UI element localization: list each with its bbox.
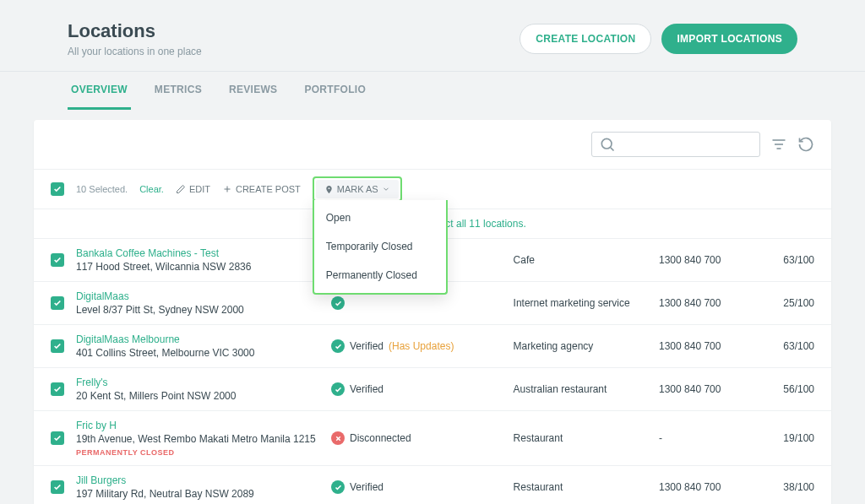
search-input-wrap[interactable] bbox=[591, 132, 760, 157]
perm-closed-badge: PERMANENTLY CLOSED bbox=[76, 448, 319, 457]
edit-button[interactable]: EDIT bbox=[176, 184, 210, 194]
phone: 1300 840 700 bbox=[659, 254, 752, 266]
location-address: 117 Hood Street, Wilcannia NSW 2836 bbox=[76, 261, 319, 273]
import-locations-button[interactable]: IMPORT LOCATIONS bbox=[661, 24, 797, 54]
status-text: Verified bbox=[350, 383, 384, 395]
category: Restaurant bbox=[514, 432, 647, 444]
score: 56/100 bbox=[764, 383, 814, 395]
mark-as-button[interactable]: MARK AS bbox=[316, 180, 399, 198]
dropdown-item[interactable]: Permanently Closed bbox=[314, 261, 446, 290]
clear-selection[interactable]: Clear. bbox=[139, 184, 164, 194]
mark-as-label: MARK AS bbox=[337, 184, 378, 194]
row-checkbox[interactable] bbox=[51, 382, 64, 396]
phone: 1300 840 700 bbox=[659, 297, 752, 309]
row-checkbox[interactable] bbox=[51, 480, 64, 494]
location-name[interactable]: Bankala Coffee Machines - Test bbox=[76, 247, 319, 259]
status-text: Verified bbox=[350, 481, 384, 493]
edit-label: EDIT bbox=[189, 184, 210, 194]
status-text: Verified bbox=[350, 340, 384, 352]
status-text: Disconnected bbox=[350, 432, 411, 444]
select-all-checkbox[interactable] bbox=[51, 182, 64, 196]
category: Australian restaurant bbox=[514, 383, 647, 395]
tab-portfolio[interactable]: PORTFOLIO bbox=[301, 72, 369, 110]
status-updates: (Has Updates) bbox=[389, 340, 454, 352]
mark-as-highlight: MARK AS OpenTemporarily ClosedPermanentl… bbox=[313, 176, 402, 202]
search-input[interactable] bbox=[616, 138, 753, 150]
create-post-button[interactable]: CREATE POST bbox=[222, 184, 301, 194]
row-checkbox[interactable] bbox=[51, 253, 64, 267]
dropdown-item[interactable]: Temporarily Closed bbox=[314, 232, 446, 261]
tab-metrics[interactable]: METRICS bbox=[151, 72, 205, 110]
dropdown-item[interactable]: Open bbox=[314, 203, 446, 232]
check-icon bbox=[331, 382, 345, 396]
page-subtitle: All your locations in one place bbox=[68, 46, 202, 57]
svg-line-1 bbox=[611, 148, 614, 151]
selected-count: 10 Selected. bbox=[76, 184, 128, 194]
score: 19/100 bbox=[764, 432, 814, 444]
category: Cafe bbox=[514, 254, 647, 266]
plus-icon bbox=[222, 184, 232, 194]
x-icon bbox=[331, 431, 345, 445]
location-name[interactable]: Fric by H bbox=[76, 420, 319, 431]
chevron-down-icon bbox=[382, 185, 390, 193]
tab-reviews[interactable]: REVIEWS bbox=[226, 72, 280, 110]
category: Restaurant bbox=[514, 481, 647, 493]
tab-overview[interactable]: OVERVIEW bbox=[68, 72, 131, 110]
phone: 1300 840 700 bbox=[659, 383, 752, 395]
row-checkbox[interactable] bbox=[51, 339, 64, 353]
create-location-button[interactable]: CREATE LOCATION bbox=[520, 24, 651, 54]
row-checkbox[interactable] bbox=[51, 431, 64, 445]
refresh-icon[interactable] bbox=[797, 136, 814, 153]
pin-icon bbox=[324, 185, 334, 194]
check-icon bbox=[331, 339, 345, 353]
category: Internet marketing service bbox=[514, 297, 647, 309]
table-row: Frelly's20 Kent St, Millers Point NSW 20… bbox=[34, 368, 831, 411]
score: 25/100 bbox=[764, 297, 814, 309]
phone: 1300 840 700 bbox=[659, 340, 752, 352]
mark-as-dropdown: OpenTemporarily ClosedPermanently Closed bbox=[313, 200, 448, 295]
location-name[interactable]: Jill Burgers bbox=[76, 474, 319, 486]
phone: - bbox=[659, 432, 752, 444]
filter-icon[interactable] bbox=[770, 136, 787, 153]
location-address: 401 Collins Street, Melbourne VIC 3000 bbox=[76, 347, 319, 359]
tabs: OVERVIEWMETRICSREVIEWSPORTFOLIO bbox=[0, 72, 865, 110]
location-address: Level 8/37 Pitt St, Sydney NSW 2000 bbox=[76, 304, 319, 316]
location-address: 20 Kent St, Millers Point NSW 2000 bbox=[76, 390, 319, 402]
location-address: 19th Avenue, West Rembo Makati Metro Man… bbox=[76, 433, 319, 445]
create-post-label: CREATE POST bbox=[236, 184, 301, 194]
score: 38/100 bbox=[764, 481, 814, 493]
location-name[interactable]: Frelly's bbox=[76, 377, 319, 388]
table-row: Jill Burgers197 Military Rd, Neutral Bay… bbox=[34, 466, 831, 504]
location-address: 197 Military Rd, Neutral Bay NSW 2089 bbox=[76, 488, 319, 500]
location-name[interactable]: DigitalMaas Melbourne bbox=[76, 333, 319, 345]
search-icon bbox=[599, 136, 616, 153]
category: Marketing agency bbox=[514, 340, 647, 352]
score: 63/100 bbox=[764, 254, 814, 266]
table-row: DigitalMaas Melbourne401 Collins Street,… bbox=[34, 325, 831, 368]
pencil-icon bbox=[176, 184, 186, 194]
table-row: Fric by H19th Avenue, West Rembo Makati … bbox=[34, 411, 831, 466]
score: 63/100 bbox=[764, 340, 814, 352]
page-title: Locations bbox=[68, 20, 202, 42]
location-name[interactable]: DigitalMaas bbox=[76, 290, 319, 302]
svg-point-0 bbox=[601, 138, 612, 149]
check-icon bbox=[331, 296, 345, 310]
row-checkbox[interactable] bbox=[51, 296, 64, 310]
check-icon bbox=[331, 480, 345, 494]
phone: 1300 840 700 bbox=[659, 481, 752, 493]
